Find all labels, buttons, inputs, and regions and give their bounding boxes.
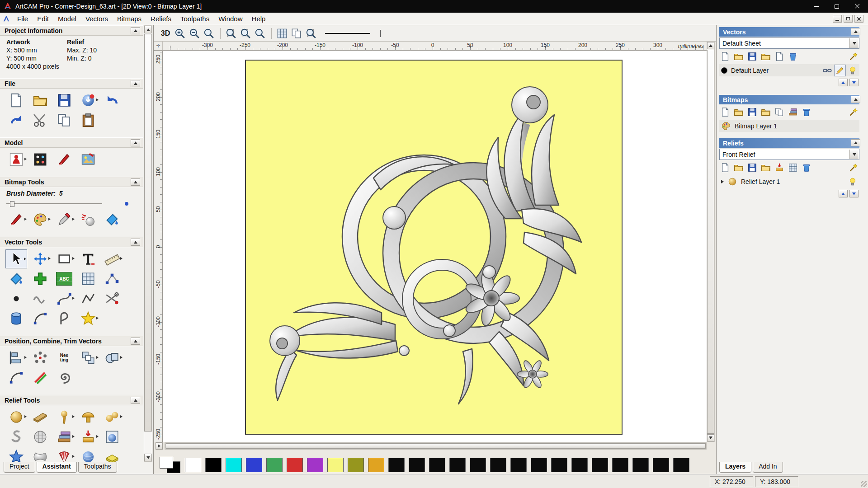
- open-model-button[interactable]: [29, 91, 51, 110]
- palette-swatch-15[interactable]: [490, 458, 506, 472]
- 2d-view-canvas[interactable]: [163, 51, 707, 442]
- save-relief-layer-icon[interactable]: [747, 163, 757, 173]
- palette-swatch-5[interactable]: [287, 458, 303, 472]
- rollup-button[interactable]: [131, 139, 140, 146]
- palette-swatch-19[interactable]: [571, 458, 588, 472]
- scroll-thumb[interactable]: [707, 50, 714, 434]
- expander-icon[interactable]: [721, 180, 724, 183]
- save-vector-layer-icon[interactable]: [747, 52, 757, 61]
- scroll-up-button[interactable]: [144, 26, 152, 33]
- create-text-tool[interactable]: [77, 249, 99, 268]
- delete-relief-layer-icon[interactable]: [802, 163, 811, 173]
- menu-item-reliefs[interactable]: Reliefs: [146, 14, 176, 24]
- layer-wizard-icon[interactable]: [849, 52, 859, 61]
- palette-swatch-11[interactable]: [409, 458, 425, 472]
- open-bitmap-layer-icon[interactable]: [734, 107, 744, 117]
- merge-bitmap-icon[interactable]: [774, 107, 784, 117]
- 3d-view-button[interactable]: 3D: [159, 27, 172, 40]
- paint-selective-button[interactable]: [29, 210, 51, 229]
- scroll-down-button[interactable]: [144, 454, 152, 461]
- colour-picker-button[interactable]: [53, 210, 75, 229]
- rollup-button[interactable]: [851, 96, 860, 103]
- constant-height-tool[interactable]: [101, 427, 123, 446]
- layer-visibility-icon[interactable]: [848, 177, 858, 187]
- arc-fit-tool[interactable]: [29, 309, 51, 328]
- rollup-button[interactable]: [131, 80, 140, 87]
- create-polyline-tool[interactable]: [53, 289, 75, 308]
- set-model-size-button[interactable]: [5, 150, 27, 169]
- zoom-box-button[interactable]: [202, 27, 216, 40]
- open-vector-layer-icon[interactable]: [734, 52, 744, 61]
- rollup-button[interactable]: [131, 239, 140, 246]
- tab-project[interactable]: Project: [4, 462, 35, 473]
- copy-button[interactable]: [53, 111, 75, 130]
- join-vectors-tool[interactable]: [29, 368, 51, 387]
- relief-transform-icon[interactable]: [774, 163, 784, 173]
- minimize-button[interactable]: [806, 0, 826, 13]
- palette-swatch-22[interactable]: [632, 458, 649, 472]
- palette-swatch-7[interactable]: [327, 458, 344, 472]
- palette-swatch-21[interactable]: [612, 458, 628, 472]
- palette-swatch-18[interactable]: [551, 458, 567, 472]
- guides-button[interactable]: [290, 27, 303, 40]
- sculpting-tool[interactable]: [53, 408, 75, 427]
- rollup-button[interactable]: [851, 28, 860, 35]
- transform-vectors-tool[interactable]: [29, 249, 51, 268]
- rollup-button[interactable]: [131, 397, 140, 404]
- zoom-objects-button[interactable]: [239, 27, 252, 40]
- palette-swatch-14[interactable]: [470, 458, 486, 472]
- turn-relief-tool[interactable]: [53, 447, 75, 462]
- scroll-up-button[interactable]: [707, 42, 714, 49]
- mdi-minimize-button[interactable]: [833, 15, 842, 23]
- mdi-restore-button[interactable]: [844, 15, 853, 23]
- preview-relief-button[interactable]: [304, 27, 318, 40]
- ruler-origin-button[interactable]: ✛: [154, 42, 163, 51]
- emboss-relief-tool[interactable]: [101, 447, 123, 462]
- import-relief-icon[interactable]: [761, 163, 771, 173]
- rollup-button[interactable]: [131, 27, 140, 34]
- vector-paint-tool[interactable]: [5, 269, 27, 288]
- zoom-previous-button[interactable]: [253, 27, 267, 40]
- layer-colour-swatch[interactable]: [721, 67, 727, 74]
- paste-along-curve-tool[interactable]: ABC: [53, 269, 75, 288]
- group-vectors-tool[interactable]: [77, 348, 99, 367]
- palette-swatch-16[interactable]: [510, 458, 527, 472]
- align-vectors-tool[interactable]: [5, 348, 27, 367]
- block-copy-tool[interactable]: [77, 269, 99, 288]
- greyscale-icon[interactable]: [788, 107, 798, 117]
- menu-item-edit[interactable]: Edit: [33, 14, 53, 24]
- line-width-selector[interactable]: [325, 30, 381, 37]
- menu-item-vectors[interactable]: Vectors: [81, 14, 113, 24]
- palette-swatch-23[interactable]: [653, 458, 669, 472]
- new-relief-layer-icon[interactable]: [720, 163, 730, 173]
- relief-layer-row[interactable]: Relief Layer 1: [719, 175, 859, 188]
- create-rectangle-tool[interactable]: [53, 249, 75, 268]
- paste-button[interactable]: [77, 111, 99, 130]
- menu-item-model[interactable]: Model: [53, 14, 81, 24]
- palette-swatch-20[interactable]: [592, 458, 608, 472]
- save-bitmap-layer-icon[interactable]: [747, 107, 757, 117]
- shape-editor-tool[interactable]: [5, 408, 27, 427]
- relief-wizard-icon[interactable]: [849, 163, 859, 173]
- measure-tool[interactable]: [101, 249, 123, 268]
- resize-grip[interactable]: [861, 481, 867, 487]
- free-relief-tool[interactable]: [29, 289, 51, 308]
- vertical-scrollbar[interactable]: [707, 42, 715, 442]
- model-lighting-button[interactable]: [29, 150, 51, 169]
- dome-tool[interactable]: [77, 408, 99, 427]
- swept-profile-tool[interactable]: [5, 427, 27, 446]
- create-vector-boundary-tool[interactable]: [29, 269, 51, 288]
- left-panel-scrollbar[interactable]: [144, 25, 152, 462]
- bitmap-wizard-icon[interactable]: [849, 107, 859, 117]
- import-bitmap-icon[interactable]: [761, 107, 771, 117]
- arc-fit-vectors-tool[interactable]: [5, 368, 27, 387]
- two-rail-sweep-tool[interactable]: [101, 408, 123, 427]
- relief-selector-dropdown[interactable]: Front Relief: [719, 149, 859, 160]
- palette-swatch-12[interactable]: [429, 458, 445, 472]
- palette-swatch-1[interactable]: [205, 458, 222, 472]
- horizontal-scrollbar[interactable]: [165, 442, 707, 450]
- select-vectors-tool[interactable]: [5, 249, 27, 268]
- load-image-button[interactable]: [77, 150, 99, 169]
- menu-item-help[interactable]: Help: [247, 14, 270, 24]
- palette-swatch-3[interactable]: [246, 458, 262, 472]
